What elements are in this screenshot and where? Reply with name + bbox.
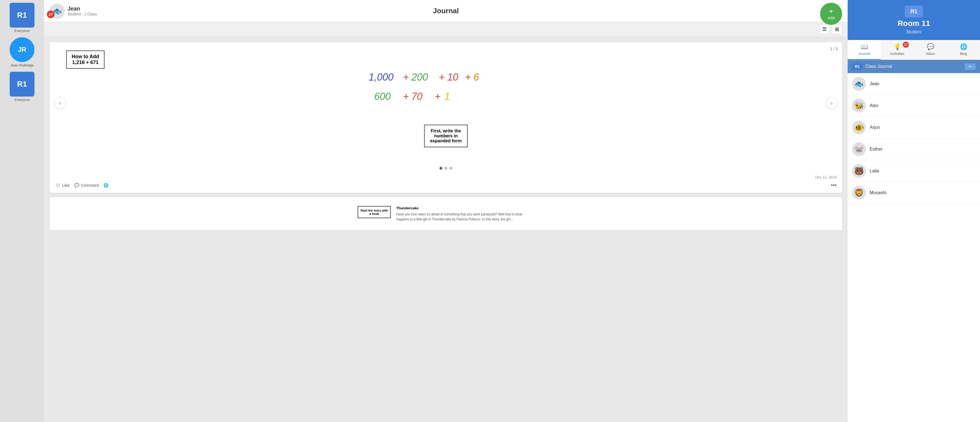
card-2-preview: Start the story with a hook Thundercake … [49, 197, 842, 230]
student-item-laila[interactable]: 🐻 Laila [848, 160, 980, 182]
everyone-avatar-2: R1 [10, 72, 35, 97]
dot-2 [444, 167, 447, 170]
sidebar-everyone-2[interactable]: R1 Everyone [10, 72, 35, 102]
svg-text:1: 1 [444, 91, 450, 102]
arjun-avatar: 🐠 [852, 121, 866, 134]
add-plus-icon: + [829, 8, 833, 15]
math-equations-svg: 1,000 + 200 + 10 + 6 600 + 70 + 1 [363, 64, 528, 119]
activities-badge: 27 [903, 41, 909, 48]
arjun-name: Arjun [870, 125, 880, 130]
svg-text:6: 6 [474, 72, 479, 83]
activities-tab-label: Activities [890, 52, 904, 56]
jean-avatar: 🐟 [852, 77, 866, 91]
left-sidebar: R1 Everyone JR Jean Rutledge R1 Everyone [0, 0, 44, 422]
comment-icon: 💬 [74, 183, 80, 188]
user-details: Jean Student · 1 Class [68, 5, 97, 16]
top-header: 🐟 27 Jean Student · 1 Class Journal + Ad… [44, 0, 848, 22]
card-2-inner: Start the story with a hook Thundercake … [352, 201, 539, 227]
user-name: Jean [68, 5, 97, 12]
tab-journal[interactable]: 📖 Journal [848, 40, 881, 60]
student-item-jean[interactable]: 🐟 Jean [848, 73, 980, 95]
page-title: Journal [433, 6, 459, 15]
card-1-actions: 🤍 Like 💬 Comment 🌐 ••• [55, 182, 837, 188]
tab-blog[interactable]: 🌐 Blog [947, 40, 980, 60]
svg-text:+: + [403, 72, 409, 83]
everyone-avatar-1: R1 [10, 3, 35, 27]
tab-inbox[interactable]: 💬 Inbox [914, 40, 947, 60]
dot-1 [439, 167, 442, 170]
add-button[interactable]: + Add [820, 3, 842, 25]
inbox-tab-icon: 💬 [927, 43, 934, 51]
tab-activities[interactable]: 💡 Activities 27 [881, 40, 914, 60]
add-label: Add [828, 16, 835, 20]
svg-text:+: + [439, 72, 445, 83]
like-label: Like [62, 183, 70, 188]
like-button[interactable]: 🤍 Like [55, 183, 70, 188]
math-title-box: How to Add 1,216 + 671 [66, 51, 105, 68]
more-options-button[interactable]: ••• [831, 182, 837, 188]
sidebar-everyone-1[interactable]: R1 Everyone [10, 3, 35, 33]
journal-card-2: Start the story with a hook Thundercake … [49, 197, 842, 230]
svg-text:200: 200 [411, 72, 428, 83]
globe-icon: 🌐 [103, 183, 109, 188]
right-panel: R1 Room 11 Student 📖 Journal 💡 Activitie… [848, 0, 980, 422]
journal-tab-label: Journal [858, 52, 870, 56]
comment-button[interactable]: 💬 Comment [74, 183, 99, 188]
journal-feed: 1 / 3 How to Add 1,216 + 671 1,000 + 200… [44, 37, 848, 422]
svg-text:10: 10 [447, 72, 458, 83]
activities-tab-icon: 💡 [894, 43, 901, 51]
grid-view-button[interactable]: ⊞ [832, 24, 842, 34]
svg-text:+: + [435, 91, 441, 102]
card-1-actions-left: 🤍 Like 💬 Comment 🌐 [55, 183, 109, 188]
sidebar-jean-rutledge[interactable]: JR Jean Rutledge [10, 37, 35, 67]
class-journal-label: Class Journal [865, 64, 892, 69]
student-item-alex[interactable]: 🐝 Alex [848, 95, 980, 117]
preview-title-box: Start the story with a hook [358, 206, 391, 218]
preview-body: Have you ever been so afraid of somethin… [396, 212, 534, 222]
svg-text:70: 70 [411, 91, 422, 102]
alex-name: Alex [870, 103, 878, 108]
svg-text:+: + [403, 91, 409, 102]
preview-text: Thundercake Have you ever been so afraid… [396, 206, 534, 222]
card-next-button[interactable]: › [826, 97, 838, 109]
jean-name: Jean [870, 81, 879, 86]
globe-button[interactable]: 🌐 [103, 183, 109, 188]
svg-text:+: + [465, 72, 471, 83]
musashi-avatar: 🦁 [852, 186, 866, 200]
class-journal-badge: R1 [852, 63, 862, 70]
student-item-esther[interactable]: 🐭 Esther [848, 139, 980, 160]
list-view-button[interactable]: ☰ [819, 24, 830, 34]
card-1-dots [49, 164, 842, 173]
inbox-tab-label: Inbox [926, 52, 935, 56]
laila-name: Laila [870, 169, 879, 174]
blog-tab-label: Blog [960, 52, 967, 56]
room-name: Room 11 [897, 19, 930, 28]
room-badge: R1 [905, 5, 923, 18]
toolbar: ☰ ⊞ [44, 22, 848, 37]
class-journal-edit-button[interactable]: ✏ [965, 64, 975, 70]
card-1-pagination: 1 / 3 [830, 46, 838, 51]
grid-icon: ⊞ [835, 27, 839, 32]
journal-card-1: 1 / 3 How to Add 1,216 + 671 1,000 + 200… [49, 42, 842, 193]
card-1-date: Dec 11, 2019 [55, 175, 837, 179]
heart-icon: 🤍 [55, 183, 60, 188]
class-journal-header: R1 Class Journal ✏ [848, 60, 980, 73]
card-1-content: 1 / 3 How to Add 1,216 + 671 1,000 + 200… [49, 42, 842, 164]
everyone-label-2: Everyone [14, 98, 30, 102]
student-item-arjun[interactable]: 🐠 Arjun [848, 117, 980, 139]
user-info: 🐟 27 Jean Student · 1 Class [49, 3, 97, 18]
musashi-name: Musashi [870, 190, 886, 195]
room-header: R1 Room 11 Student [848, 0, 980, 40]
list-icon: ☰ [822, 27, 827, 32]
dot-3 [449, 167, 452, 170]
main-content: 🐟 27 Jean Student · 1 Class Journal + Ad… [44, 0, 848, 422]
blog-tab-icon: 🌐 [960, 43, 967, 51]
card-prev-button[interactable]: ‹ [54, 97, 66, 109]
esther-avatar: 🐭 [852, 142, 866, 156]
student-item-musashi[interactable]: 🦁 Musashi [848, 182, 980, 204]
card-1-footer: Dec 11, 2019 🤍 Like 💬 Comment 🌐 [49, 173, 842, 193]
journal-tab-icon: 📖 [861, 43, 868, 51]
alex-avatar: 🐝 [852, 99, 866, 113]
math-desc-box: First, write thenumbers inexpanded form [424, 125, 468, 147]
room-sub: Student [906, 30, 921, 35]
